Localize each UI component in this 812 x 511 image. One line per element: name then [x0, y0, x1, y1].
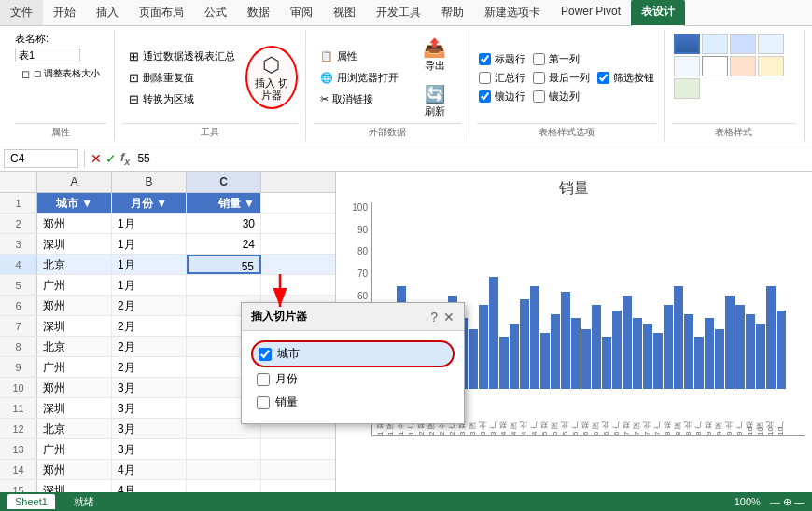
formula-input[interactable] — [133, 150, 808, 167]
cell-a12[interactable]: 北京 — [37, 419, 112, 438]
cell-c4[interactable]: 55 — [187, 255, 261, 274]
tab-page-layout[interactable]: 页面布局 — [129, 0, 194, 25]
tab-formula[interactable]: 公式 — [194, 0, 237, 25]
refresh-button[interactable]: 🔄 刷新 — [409, 79, 461, 123]
cell-a6[interactable]: 郑州 — [37, 296, 112, 315]
sheet-tab[interactable]: Sheet1 — [7, 494, 55, 509]
cell-a14[interactable]: 郑州 — [37, 460, 112, 479]
cell-b4[interactable]: 1月 — [112, 255, 187, 274]
confirm-formula-icon[interactable]: ✓ — [105, 151, 117, 166]
export-button[interactable]: 📤 导出 — [409, 32, 461, 77]
cell-a3[interactable]: 深圳 — [37, 234, 112, 254]
cell-c3[interactable]: 24 — [187, 234, 261, 254]
cell-d5[interactable] — [261, 275, 336, 295]
cell-a5[interactable]: 广州 — [37, 275, 112, 295]
cell-d13[interactable] — [261, 439, 336, 459]
cell-c1[interactable]: 销量 ▼ — [187, 193, 261, 213]
cell-b6[interactable]: 2月 — [112, 296, 187, 315]
cell-a4[interactable]: 北京 — [37, 255, 112, 274]
cell-b10[interactable]: 3月 — [112, 378, 187, 397]
dialog-item-city[interactable]: 城市 — [251, 340, 455, 367]
dialog-help-button[interactable]: ? — [430, 310, 438, 325]
table-name-input[interactable] — [15, 48, 80, 62]
col-header-b[interactable]: B — [112, 172, 187, 192]
cell-c2[interactable]: 30 — [187, 214, 261, 233]
style-swatch-selected[interactable] — [674, 34, 700, 54]
cancel-formula-icon[interactable]: ✕ — [91, 151, 102, 166]
cell-a10[interactable]: 郑州 — [37, 378, 112, 397]
chk-last-col[interactable] — [533, 72, 545, 84]
dialog-item-month[interactable]: 月份 — [251, 367, 455, 391]
style-swatch-8[interactable] — [674, 78, 700, 99]
dialog-item-sales[interactable]: 销量 — [251, 391, 455, 414]
tab-help[interactable]: 帮助 — [431, 0, 474, 25]
insert-function-icon[interactable]: fx — [120, 150, 130, 167]
cell-c5[interactable] — [187, 275, 261, 295]
cell-a7[interactable]: 深圳 — [37, 316, 112, 336]
style-swatch-3[interactable] — [758, 34, 784, 54]
tab-review[interactable]: 审阅 — [280, 0, 323, 25]
style-swatch-2[interactable] — [730, 34, 756, 54]
unlink-button[interactable]: ✂ 取消链接 — [314, 90, 405, 109]
tab-view[interactable]: 视图 — [323, 0, 366, 25]
cell-d4[interactable] — [261, 255, 336, 274]
style-swatch-4[interactable] — [674, 56, 700, 76]
tab-insert[interactable]: 插入 — [86, 0, 129, 25]
cell-b7[interactable]: 2月 — [112, 316, 187, 336]
cell-a2[interactable]: 郑州 — [37, 214, 112, 233]
convert-to-range-button[interactable]: ⊟ 转换为区域 — [122, 90, 242, 109]
remove-duplicates-button[interactable]: ⊡ 删除重复值 — [122, 68, 242, 88]
tab-table-design[interactable]: 表设计 — [631, 0, 685, 26]
tab-data[interactable]: 数据 — [237, 0, 280, 25]
cell-b9[interactable]: 2月 — [112, 357, 187, 377]
cell-a13[interactable]: 广州 — [37, 439, 112, 459]
chk-banded-cols[interactable] — [533, 90, 545, 103]
cell-d14[interactable] — [261, 460, 336, 479]
chk-filter-btn[interactable] — [597, 72, 609, 84]
properties-button[interactable]: 📋 属性 — [314, 47, 405, 66]
cell-d3[interactable] — [261, 234, 336, 254]
chk-first-col[interactable] — [533, 53, 545, 65]
cell-c14[interactable] — [187, 460, 261, 479]
zoom-slider[interactable]: — ⊕ — — [770, 496, 805, 508]
style-swatch-1[interactable] — [702, 34, 728, 54]
cell-b13[interactable]: 3月 — [112, 439, 187, 459]
col-header-c[interactable]: C — [187, 172, 261, 192]
style-swatch-6[interactable] — [730, 56, 756, 76]
cell-d1[interactable] — [261, 193, 336, 213]
cell-b14[interactable]: 4月 — [112, 460, 187, 479]
chk-month[interactable] — [257, 373, 270, 386]
col-header-a[interactable]: A — [37, 172, 112, 192]
cell-d2[interactable] — [261, 214, 336, 233]
tab-file[interactable]: 文件 — [0, 0, 43, 25]
cell-b8[interactable]: 2月 — [112, 337, 187, 356]
dialog-close-button[interactable]: ✕ — [443, 310, 455, 325]
cell-c13[interactable] — [187, 439, 261, 459]
cell-b12[interactable]: 3月 — [112, 419, 187, 438]
pivot-table-button[interactable]: ⊞ 通过数据透视表汇总 — [122, 47, 242, 66]
resize-table-button[interactable]: ◻ ◻ 调整表格大小 — [15, 64, 106, 83]
cell-a8[interactable]: 北京 — [37, 337, 112, 356]
cell-a1[interactable]: 城市 ▼ — [37, 193, 112, 213]
cell-b1[interactable]: 月份 ▼ — [112, 193, 187, 213]
tab-developer[interactable]: 开发工具 — [366, 0, 431, 25]
cell-b11[interactable]: 3月 — [112, 398, 187, 418]
style-swatch-5[interactable] — [702, 56, 728, 76]
chk-city[interactable] — [259, 348, 272, 361]
cell-reference-box[interactable] — [4, 149, 78, 168]
style-swatch-7[interactable] — [758, 56, 784, 76]
chk-sales[interactable] — [257, 396, 270, 409]
cell-b3[interactable]: 1月 — [112, 234, 187, 254]
chk-total-row[interactable] — [479, 72, 491, 84]
insert-slicer-button[interactable]: ⬡ 插入 切片器 — [245, 46, 298, 109]
chk-header-row[interactable] — [479, 53, 491, 65]
tab-power-pivot[interactable]: Power Pivot — [551, 0, 631, 25]
tab-new-tab[interactable]: 新建选项卡 — [474, 0, 551, 25]
cell-b2[interactable]: 1月 — [112, 214, 187, 233]
cell-a11[interactable]: 深圳 — [37, 398, 112, 418]
col-header-d[interactable] — [261, 172, 336, 192]
cell-b5[interactable]: 1月 — [112, 275, 187, 295]
open-browser-button[interactable]: 🌐 用浏览器打开 — [314, 68, 405, 88]
tab-home[interactable]: 开始 — [43, 0, 86, 25]
cell-a9[interactable]: 广州 — [37, 357, 112, 377]
